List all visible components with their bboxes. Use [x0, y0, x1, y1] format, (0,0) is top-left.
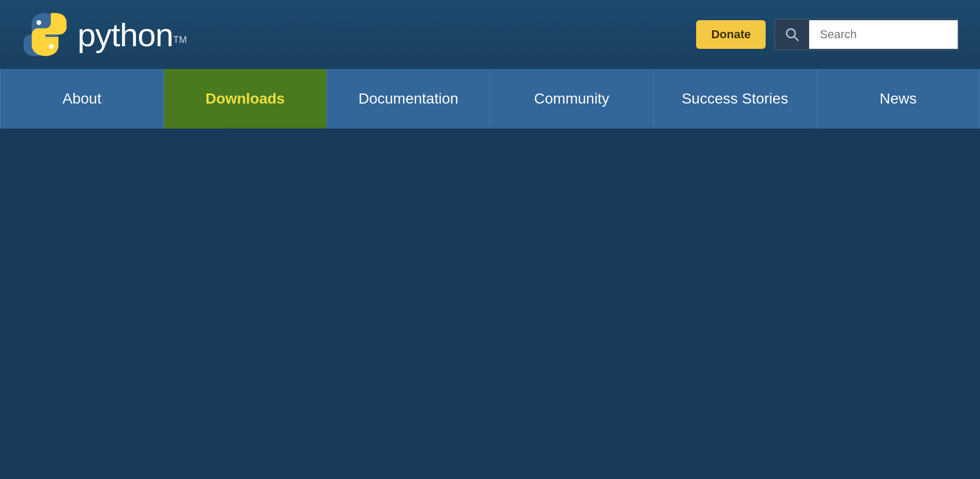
svg-line-3: [794, 37, 799, 41]
nav-item-downloads[interactable]: Downloads: [164, 69, 327, 129]
search-icon: [785, 27, 800, 42]
nav-item-community[interactable]: Community: [490, 69, 654, 129]
header: pythonTM Donate: [0, 0, 980, 69]
svg-point-0: [37, 20, 41, 25]
nav-item-about[interactable]: About: [0, 69, 164, 129]
svg-point-1: [49, 44, 54, 49]
donate-button[interactable]: Donate: [696, 20, 766, 49]
search-icon-button[interactable]: [775, 20, 809, 49]
logo-wordmark: pythonTM: [77, 16, 187, 54]
python-logo-icon: [21, 11, 69, 58]
nav-item-documentation[interactable]: Documentation: [327, 69, 490, 129]
search-area: [774, 19, 959, 50]
navbar: About Downloads Documentation Community …: [0, 69, 980, 129]
nav-item-success-stories[interactable]: Success Stories: [654, 69, 817, 129]
logo-area: pythonTM: [21, 11, 187, 58]
search-input[interactable]: [809, 20, 958, 49]
logo-text: python: [77, 16, 173, 53]
nav-item-news[interactable]: News: [817, 69, 980, 129]
logo-tm: TM: [173, 34, 187, 45]
svg-point-2: [787, 29, 795, 38]
header-right: Donate: [696, 19, 959, 50]
